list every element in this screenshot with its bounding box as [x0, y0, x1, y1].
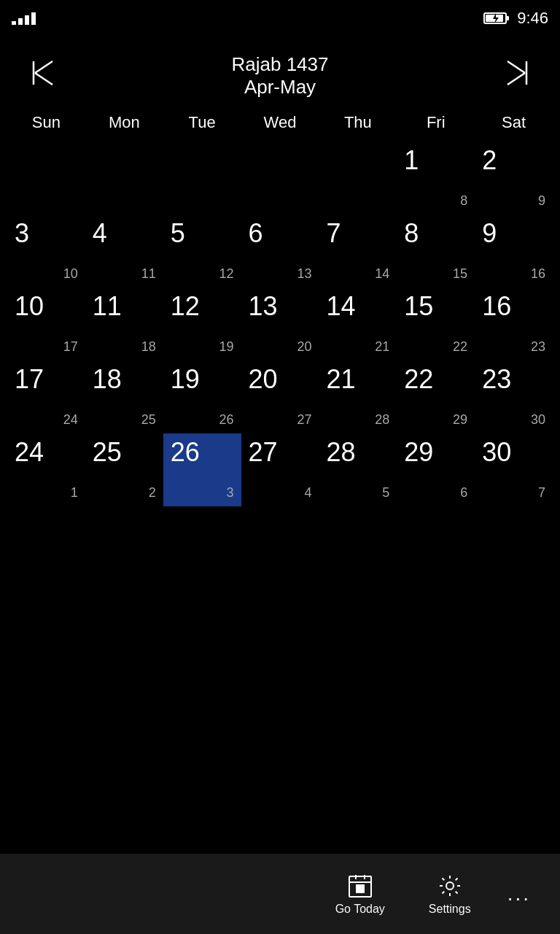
sub-date: 4 [304, 485, 311, 501]
main-date: 16 [482, 291, 511, 321]
sub-date: 6 [460, 485, 467, 501]
bottom-bar: Go Today Settings ... [0, 854, 560, 934]
cal-cell-day[interactable]: 296 [397, 433, 475, 506]
cal-cell-empty [7, 142, 85, 215]
battery-icon [483, 11, 510, 26]
sub-date: 10 [63, 266, 78, 282]
cal-cell-day[interactable]: 2027 [241, 360, 319, 433]
signal-icon [12, 12, 36, 25]
day-header-fri: Fri [397, 107, 475, 138]
sub-date: 17 [63, 339, 78, 355]
cal-cell-day[interactable]: 714 [319, 215, 397, 287]
sub-date: 8 [460, 193, 467, 209]
cal-cell-day[interactable]: 613 [241, 215, 319, 287]
settings-button[interactable]: Settings [407, 865, 493, 923]
main-date: 7 [326, 218, 341, 248]
sub-date: 27 [297, 412, 311, 428]
main-date: 25 [93, 437, 122, 467]
calendar-grid: SunMonTueWedThuFriSat 182931041151261371… [0, 107, 560, 506]
cal-cell-day[interactable]: 1522 [397, 287, 475, 360]
main-date: 26 [171, 437, 200, 467]
main-date: 4 [93, 218, 107, 248]
cal-cell-day[interactable]: 1421 [319, 287, 397, 360]
cal-cell-day[interactable]: 2330 [475, 360, 553, 433]
cal-cell-day[interactable]: 916 [475, 215, 553, 287]
status-right: 9:46 [483, 9, 548, 28]
day-header-thu: Thu [319, 107, 397, 138]
cal-cell-day[interactable]: 1724 [7, 360, 85, 433]
cal-cell-day[interactable]: 29 [475, 142, 553, 215]
sub-date: 21 [375, 339, 389, 355]
calendar-cells: 1829310411512613714815916101711181219132… [7, 142, 553, 506]
sub-date: 22 [453, 339, 467, 355]
cal-cell-day[interactable]: 263 [163, 433, 241, 506]
cal-cell-day[interactable]: 307 [475, 433, 553, 506]
cal-cell-day[interactable]: 512 [163, 215, 241, 287]
prev-month-button[interactable] [22, 51, 66, 100]
sub-date: 13 [297, 266, 311, 282]
main-date: 19 [171, 364, 200, 394]
main-date: 10 [15, 291, 44, 321]
sub-date: 7 [538, 485, 545, 501]
sub-date: 2 [149, 485, 156, 501]
day-header-sun: Sun [7, 107, 85, 138]
cal-cell-day[interactable]: 1320 [241, 287, 319, 360]
cal-cell-day[interactable]: 285 [319, 433, 397, 506]
status-bar: 9:46 [0, 0, 560, 36]
next-month-button[interactable] [494, 51, 538, 100]
cal-cell-day[interactable]: 2229 [397, 360, 475, 433]
main-date: 21 [326, 364, 355, 394]
cal-cell-empty [319, 142, 397, 215]
sub-date: 3 [227, 485, 234, 501]
sub-date: 30 [531, 412, 545, 428]
sub-date: 5 [382, 485, 389, 501]
sub-date: 28 [375, 412, 389, 428]
main-date: 1 [404, 145, 419, 175]
cal-cell-day[interactable]: 411 [85, 215, 163, 287]
sub-date: 26 [219, 412, 234, 428]
sub-date: 14 [375, 266, 389, 282]
more-label: ... [508, 882, 531, 905]
sub-date: 1 [71, 485, 78, 501]
more-button[interactable]: ... [493, 875, 545, 913]
calendar-header: Rajab 1437 Apr-May [0, 36, 560, 107]
cal-cell-day[interactable]: 2128 [319, 360, 397, 433]
cal-cell-day[interactable]: 815 [397, 215, 475, 287]
day-header-sat: Sat [475, 107, 553, 138]
main-date: 20 [249, 364, 278, 394]
svg-rect-2 [506, 16, 509, 20]
sub-date: 15 [453, 266, 467, 282]
cal-cell-day[interactable]: 274 [241, 433, 319, 506]
cal-cell-day[interactable]: 252 [85, 433, 163, 506]
day-header-mon: Mon [85, 107, 163, 138]
day-headers: SunMonTueWedThuFriSat [7, 107, 553, 138]
sub-date: 19 [219, 339, 234, 355]
cal-cell-day[interactable]: 1623 [475, 287, 553, 360]
main-date: 23 [482, 364, 511, 394]
cal-cell-day[interactable]: 1118 [85, 287, 163, 360]
svg-line-4 [35, 61, 52, 73]
main-date: 14 [326, 291, 355, 321]
sub-date: 11 [141, 266, 156, 282]
main-date: 22 [404, 364, 433, 394]
cal-cell-day[interactable]: 18 [397, 142, 475, 215]
cal-cell-day[interactable]: 1926 [163, 360, 241, 433]
month-title: Rajab 1437 Apr-May [232, 53, 329, 99]
cal-cell-day[interactable]: 1219 [163, 287, 241, 360]
go-today-button[interactable]: Go Today [314, 865, 407, 923]
sub-date: 20 [297, 339, 311, 355]
main-date: 18 [93, 364, 122, 394]
sub-date: 9 [538, 193, 545, 209]
sub-date: 12 [219, 266, 234, 282]
main-date: 6 [249, 218, 263, 248]
cal-cell-day[interactable]: 241 [7, 433, 85, 506]
sub-date: 23 [531, 339, 545, 355]
day-header-wed: Wed [241, 107, 319, 138]
cal-cell-day[interactable]: 1017 [7, 287, 85, 360]
main-date: 11 [93, 291, 122, 321]
cal-cell-day[interactable]: 310 [7, 215, 85, 287]
svg-line-5 [35, 73, 52, 85]
cal-cell-day[interactable]: 1825 [85, 360, 163, 433]
main-date: 30 [482, 437, 511, 467]
sub-date: 16 [531, 266, 545, 282]
